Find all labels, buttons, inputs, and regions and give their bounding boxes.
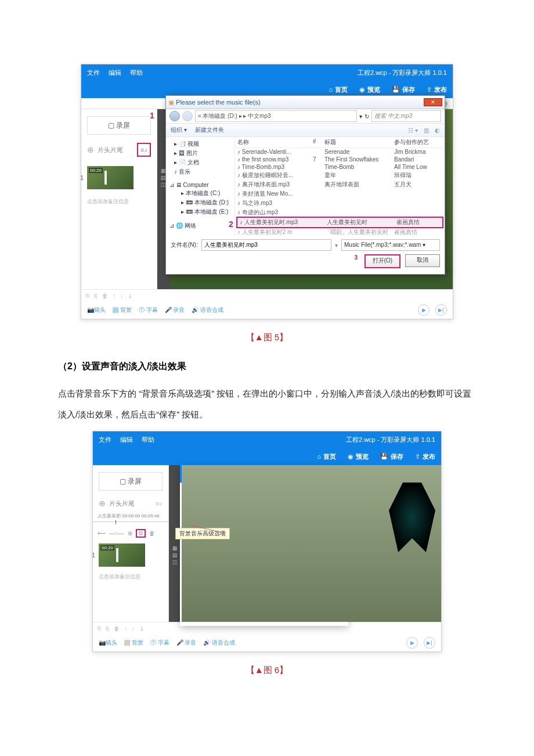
file-row[interactable]: ♪ 鸟之诗.mp3 xyxy=(235,199,445,208)
butterfly-graphic xyxy=(389,483,435,552)
menu-edit[interactable]: 编辑 xyxy=(109,69,121,76)
file-row[interactable]: ♪ 奇迹的山.mp3 xyxy=(235,208,445,217)
advanced-options-button[interactable]: ⚙ xyxy=(136,529,146,538)
filetype-filter[interactable]: Music File(*.mp3;*.wav;*.wam ▾ xyxy=(341,239,440,251)
selected-file-row[interactable]: ♪ 人生最美初见时.mp3人生最美初见时崔画真情 xyxy=(236,217,443,228)
next-button[interactable]: ▶| xyxy=(435,304,447,316)
add-music-button[interactable]: ≡♪ xyxy=(137,143,151,157)
file-open-dialog: ▣ Please select the music file(s) ✕ « 本地… xyxy=(165,95,445,275)
clip-tools: ⎘⎗🗑↑↓⤓ xyxy=(81,289,453,301)
file-list[interactable]: 名称#标题参与创作的艺 ♪ Serenade-Valenti...Serenad… xyxy=(235,137,445,236)
publish-button[interactable]: ⇧ 发布 xyxy=(427,85,447,94)
annotation-3: 3 xyxy=(354,254,358,268)
dialog-title: Please select the music file(s) xyxy=(176,99,261,106)
tab-background[interactable]: ▦ 背景 xyxy=(113,306,132,314)
folder-tree[interactable]: ▸ 📑 视频 ▸ 🖼 图片 ▸ 📄 文档 ♪ 音乐 ⊿ 🖥 Computer ▸… xyxy=(166,137,235,236)
forward-button[interactable] xyxy=(182,111,193,121)
tab-record[interactable]: 🎤 录音 xyxy=(165,306,185,314)
music-track-label: 人生最美初 00:00:00 00:05:46 xyxy=(98,513,164,519)
close-icon[interactable]: ✕ xyxy=(424,98,442,106)
left-panel: ▢ 录屏 ⊕ 片头片尾 ≡♪ 1 1 00:20 ▦▤◫ 点击添加备注信息 xyxy=(81,109,157,289)
preview-pane-icon[interactable]: ▥ xyxy=(424,127,429,134)
figure-5-caption: 【▲图 5】 xyxy=(58,332,476,343)
help-icon[interactable]: ◐ xyxy=(435,127,440,134)
folder-icon: ▣ xyxy=(168,99,174,106)
add-clip-label: 片头片尾 xyxy=(98,146,123,154)
tab-subtitle[interactable]: Ⓣ 字幕 xyxy=(139,306,158,314)
file-row[interactable]: ♪ Time-Bomb.mp3Time-BombAll Time Low xyxy=(235,163,445,171)
record-button[interactable]: ▢ 录屏 xyxy=(87,116,151,135)
tab-lens[interactable]: 📷镜头 xyxy=(87,306,106,314)
file-row[interactable]: ♪ Serenade-Valenti...SerenadeJim Brickma xyxy=(235,148,445,156)
clip-thumbnail[interactable]: 1 00:20 ▦▤◫ xyxy=(87,166,151,191)
tab-tts[interactable]: 🔊 语音合成 xyxy=(192,306,223,314)
home-button[interactable]: ⌂ 首页 xyxy=(329,85,348,94)
file-row[interactable]: ♪ 离开地球表面.mp3离开地球表面五月天 xyxy=(235,180,445,189)
bottom-tab-bar: 📷镜头 ▦ 背景 Ⓣ 字幕 🎤 录音 🔊 语音合成 ▶ ▶| xyxy=(81,301,453,319)
preview-canvas xyxy=(182,465,441,622)
annotation-1: 1 xyxy=(150,111,154,120)
instruction-paragraph: 点击背景音乐下方的 “背景音乐高级选项” 按钮，在弹出的小窗口中，分别输入声音淡… xyxy=(58,383,476,425)
path-breadcrumb[interactable]: « 本地磁盘 (D:) ▸ ▸ 中文mp3 xyxy=(195,110,357,122)
record-button[interactable]: ▢ 录屏 xyxy=(99,472,163,491)
screenshot-figure-5: 文件 编辑 帮助 工程2.wcp - 万彩录屏大师 1.0.1 ⌂ 首页 ◉ 预… xyxy=(81,64,453,319)
view-icon[interactable]: ☷ ▾ xyxy=(408,127,418,134)
figure-6-caption: 【▲图 6】 xyxy=(58,665,476,676)
preview-button[interactable]: ◉ 预览 xyxy=(359,85,380,94)
note-hint[interactable]: 点击添加备注信息 xyxy=(87,198,151,206)
section-2-heading: （2）设置声音的淡入/淡出效果 xyxy=(58,361,476,373)
title-bar: 文件 编辑 帮助 工程2.wcp - 万彩录屏大师 1.0.1 xyxy=(81,64,453,81)
save-button[interactable]: 💾 保存 xyxy=(392,85,415,94)
window-title: 工程2.wcp - 万彩录屏大师 1.0.1 xyxy=(358,64,447,81)
new-folder-button[interactable]: 新建文件夹 xyxy=(195,126,224,134)
menu-file[interactable]: 文件 xyxy=(87,69,100,76)
search-input[interactable]: 搜索 中文.mp3 xyxy=(371,110,441,122)
filename-input[interactable] xyxy=(201,239,331,251)
screenshot-figure-6: 文件 编辑 帮助 工程2.wcp - 万彩录屏大师 1.0.1 ⌂ 首页 ◉ 预… xyxy=(92,431,442,652)
menu-help[interactable]: 帮助 xyxy=(130,69,143,76)
open-button[interactable]: 打开(O) xyxy=(365,254,400,268)
plus-icon[interactable]: ⊕ xyxy=(87,145,94,154)
file-row[interactable]: ♪ 极度放松睡眠轻音...童年班得瑞 xyxy=(235,171,445,180)
cancel-button[interactable]: 取消 xyxy=(405,254,440,267)
play-button[interactable]: ▶ xyxy=(418,304,430,316)
filename-label: 文件名(N): xyxy=(171,241,198,249)
file-row[interactable]: ♪ 美好清晨 New Mo... xyxy=(235,189,445,199)
back-button[interactable] xyxy=(169,111,180,121)
organize-menu[interactable]: 组织 ▾ xyxy=(171,126,187,134)
file-row[interactable]: ♪ the first snow.mp37The First Snowflake… xyxy=(235,156,445,163)
